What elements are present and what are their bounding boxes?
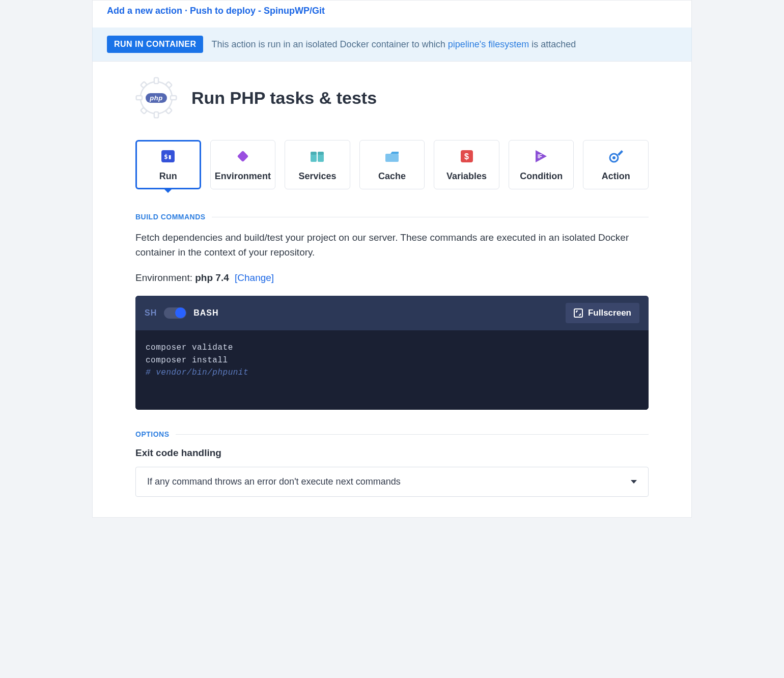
svg-rect-7 — [141, 107, 147, 114]
build-commands-section-label: BUILD COMMANDS — [135, 213, 649, 221]
action-card: php Run PHP tasks & tests $▮ Run Environ… — [92, 61, 692, 518]
svg-rect-22 — [574, 309, 582, 317]
svg-rect-15 — [318, 152, 324, 155]
change-environment-link[interactable]: [Change] — [235, 272, 274, 283]
sh-label: SH — [145, 308, 157, 318]
svg-point-21 — [612, 156, 615, 159]
environment-value: php 7.4 — [195, 272, 229, 283]
tab-cache[interactable]: Cache — [359, 140, 425, 189]
tab-run[interactable]: $▮ Run — [135, 140, 201, 189]
boxes-icon — [310, 149, 325, 164]
build-help-text: Fetch dependencies and build/test your p… — [135, 230, 649, 260]
info-text: This action is run in an isolated Docker… — [211, 39, 576, 50]
chevron-down-icon — [631, 480, 637, 484]
tab-action[interactable]: Action — [583, 140, 649, 189]
svg-rect-3 — [136, 96, 142, 100]
tab-condition[interactable]: IF Condition — [509, 140, 574, 189]
tab-variables-label: Variables — [446, 171, 487, 182]
editor-body[interactable]: composer validate composer install # ven… — [135, 330, 649, 410]
svg-rect-11 — [237, 151, 249, 162]
svg-rect-6 — [165, 81, 172, 88]
tab-services[interactable]: Services — [285, 140, 350, 189]
breadcrumb-add-action[interactable]: Add a new action — [107, 6, 182, 16]
tab-services-label: Services — [298, 171, 336, 182]
tab-action-label: Action — [602, 171, 630, 182]
fullscreen-icon — [574, 308, 583, 318]
pipeline-filesystem-link[interactable]: pipeline's filesystem — [448, 39, 529, 49]
tab-environment[interactable]: Environment — [210, 140, 276, 189]
folder-icon — [384, 149, 400, 164]
svg-rect-5 — [141, 81, 147, 88]
diamond-icon — [236, 149, 250, 164]
svg-rect-14 — [311, 152, 317, 155]
terminal-icon: $▮ — [161, 149, 175, 164]
shell-toggle[interactable] — [164, 307, 186, 319]
code-editor: SH BASH Fullscreen composer validate com… — [135, 296, 649, 410]
svg-rect-2 — [154, 112, 158, 118]
run-in-container-badge: RUN IN CONTAINER — [107, 36, 203, 53]
exit-code-select[interactable]: If any command throws an error don't exe… — [135, 467, 649, 497]
play-if-icon: IF — [534, 149, 549, 164]
svg-rect-1 — [154, 78, 158, 83]
svg-text:$: $ — [464, 152, 469, 161]
svg-text:$▮: $▮ — [164, 153, 172, 160]
info-strip: RUN IN CONTAINER This action is run in a… — [92, 27, 692, 61]
exit-code-heading: Exit code handling — [135, 447, 649, 459]
header-row: php Run PHP tasks & tests — [135, 77, 649, 119]
breadcrumb: Add a new action · Push to deploy - Spin… — [92, 0, 692, 27]
options-section-label: OPTIONS — [135, 430, 649, 438]
gear-wrench-icon — [608, 149, 624, 164]
tab-cache-label: Cache — [378, 171, 406, 182]
svg-rect-16 — [385, 154, 399, 162]
exit-code-select-value: If any command throws an error don't exe… — [147, 476, 401, 487]
editor-toolbar: SH BASH Fullscreen — [135, 296, 649, 330]
svg-rect-4 — [171, 96, 176, 100]
tab-environment-label: Environment — [215, 171, 271, 182]
php-badge-label: php — [146, 93, 166, 103]
svg-rect-13 — [318, 154, 324, 162]
tab-run-label: Run — [159, 171, 177, 182]
tab-row: $▮ Run Environment Services Ca — [135, 140, 649, 189]
tab-condition-label: Condition — [520, 171, 563, 182]
environment-line: Environment: php 7.4 [Change] — [135, 272, 649, 284]
breadcrumb-pipeline[interactable]: Push to deploy - SpinupWP/Git — [190, 6, 325, 16]
svg-rect-12 — [311, 154, 317, 162]
breadcrumb-separator: · — [185, 6, 190, 16]
page-title: Run PHP tasks & tests — [191, 88, 377, 108]
dollar-box-icon: $ — [460, 149, 473, 164]
svg-text:IF: IF — [538, 154, 542, 159]
bash-label: BASH — [193, 308, 218, 318]
fullscreen-button[interactable]: Fullscreen — [566, 303, 639, 323]
php-gear-icon: php — [135, 77, 177, 119]
svg-rect-8 — [165, 107, 172, 114]
tab-variables[interactable]: $ Variables — [434, 140, 499, 189]
